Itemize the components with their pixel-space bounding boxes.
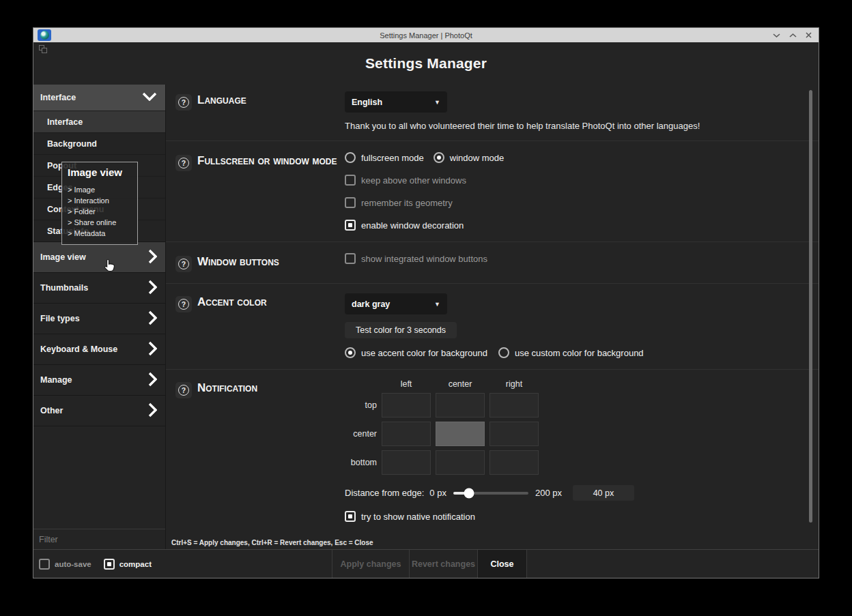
notification-position-grid: left center right top bbox=[345, 379, 819, 475]
sidebar-category-interface[interactable]: Interface bbox=[33, 85, 165, 111]
test-color-button[interactable]: Test color for 3 seconds bbox=[345, 322, 457, 338]
help-icon[interactable]: ? bbox=[175, 94, 192, 111]
sidebar-category-thumbnails[interactable]: Thumbnails bbox=[33, 272, 165, 303]
sidebar-category-file-types[interactable]: File types bbox=[33, 303, 165, 334]
position-cell-top-right[interactable] bbox=[489, 393, 539, 417]
filter-input[interactable] bbox=[33, 529, 165, 549]
accent-color-dropdown[interactable]: dark gray ▼ bbox=[345, 293, 447, 314]
sidebar-spacer bbox=[33, 426, 165, 529]
section-title-accent-color: Accent color bbox=[197, 293, 345, 310]
fullscreen-mode-radio[interactable] bbox=[345, 152, 356, 163]
chevron-right-icon bbox=[148, 280, 157, 297]
filter-box bbox=[33, 529, 165, 549]
compact-checkbox[interactable] bbox=[104, 559, 115, 570]
help-icon[interactable]: ? bbox=[175, 155, 192, 171]
slider-handle[interactable] bbox=[464, 488, 474, 498]
position-cell-center-left[interactable] bbox=[382, 422, 431, 446]
apply-changes-button[interactable]: Apply changes bbox=[332, 550, 409, 578]
settings-window: Settings Manager | PhotoQt Settings Mana… bbox=[33, 27, 819, 578]
position-cell-bottom-right[interactable] bbox=[489, 450, 539, 475]
distance-slider[interactable] bbox=[453, 492, 528, 495]
chevron-right-icon bbox=[148, 372, 157, 389]
chevron-right-icon bbox=[148, 341, 157, 358]
position-cell-center-right[interactable] bbox=[489, 422, 539, 446]
chevron-right-icon bbox=[148, 402, 157, 420]
settings-pane: ? Language English ▼ Thank you to all wh… bbox=[166, 85, 819, 549]
chevron-right-icon bbox=[148, 249, 157, 266]
auto-save-checkbox[interactable] bbox=[39, 559, 50, 570]
image-view-tooltip: Image view > Image > Interaction > Folde… bbox=[61, 162, 138, 245]
sidebar-category-keyboard-mouse[interactable]: Keyboard & Mouse bbox=[33, 334, 165, 364]
help-icon[interactable]: ? bbox=[175, 296, 192, 312]
sidebar-category-image-view[interactable]: Image view bbox=[33, 241, 165, 272]
chevron-down-icon bbox=[142, 92, 157, 103]
position-cell-bottom-center[interactable] bbox=[436, 450, 485, 475]
sidebar-subitem-background[interactable]: Background bbox=[33, 132, 165, 154]
position-cell-top-left[interactable] bbox=[382, 393, 431, 417]
position-cell-top-center[interactable] bbox=[436, 393, 485, 417]
remember-geometry-checkbox[interactable] bbox=[345, 197, 356, 208]
popout-window-icon[interactable] bbox=[39, 45, 48, 54]
page-title: Settings Manager bbox=[365, 55, 487, 72]
integrated-window-buttons-checkbox[interactable] bbox=[345, 253, 356, 264]
distance-value-box[interactable]: 40 px bbox=[573, 485, 634, 501]
close-button[interactable]: Close bbox=[477, 550, 527, 578]
window-title: Settings Manager | PhotoQt bbox=[33, 31, 819, 40]
language-dropdown[interactable]: English ▼ bbox=[345, 91, 447, 113]
sidebar-category-other[interactable]: Other bbox=[33, 395, 165, 426]
titlebar: Settings Manager | PhotoQt bbox=[33, 28, 819, 42]
section-title-fullscreen: Fullscreen or window mode bbox=[197, 152, 345, 169]
window-decoration-checkbox[interactable] bbox=[345, 220, 356, 231]
sidebar-category-manage[interactable]: Manage bbox=[33, 364, 165, 395]
position-cell-bottom-left[interactable] bbox=[382, 450, 431, 475]
native-notification-checkbox[interactable] bbox=[345, 511, 356, 522]
help-icon[interactable]: ? bbox=[175, 382, 192, 398]
position-cell-center-center[interactable] bbox=[436, 422, 485, 446]
scrollbar-thumb[interactable] bbox=[809, 90, 812, 523]
language-note: Thank you to all who volunteered their t… bbox=[345, 121, 819, 131]
bottom-bar: auto-save compact Apply changes Revert c… bbox=[33, 549, 819, 578]
revert-changes-button[interactable]: Revert changes bbox=[409, 550, 477, 578]
window-mode-radio[interactable] bbox=[434, 152, 444, 163]
section-title-window-buttons: Window buttons bbox=[197, 253, 345, 270]
shortcut-hints: Ctrl+S = Apply changes, Ctrl+R = Revert … bbox=[171, 539, 373, 546]
keep-above-checkbox[interactable] bbox=[345, 175, 356, 186]
section-title-language: Language bbox=[197, 91, 345, 108]
accent-background-radio[interactable] bbox=[345, 347, 356, 358]
chevron-right-icon bbox=[148, 310, 157, 327]
dropdown-arrow-icon: ▼ bbox=[434, 301, 440, 308]
custom-background-radio[interactable] bbox=[498, 347, 509, 358]
sidebar-subitem-interface[interactable]: Interface bbox=[33, 111, 165, 132]
sidebar: Interface Interface Background Popout Ed… bbox=[33, 85, 166, 549]
help-icon[interactable]: ? bbox=[175, 256, 192, 272]
dropdown-arrow-icon: ▼ bbox=[434, 99, 440, 106]
section-title-notification: Notification bbox=[197, 379, 345, 396]
